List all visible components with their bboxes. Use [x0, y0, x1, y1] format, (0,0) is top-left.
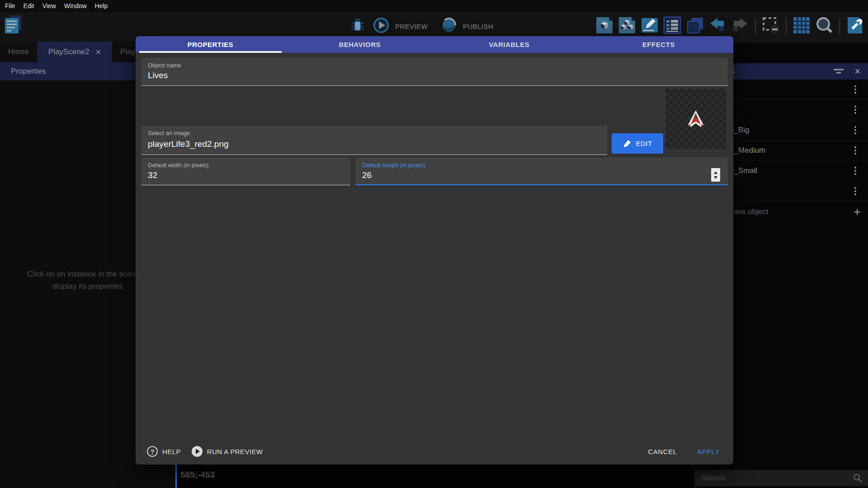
project-settings-button[interactable]	[845, 17, 864, 36]
apply-button[interactable]: APPLY	[697, 448, 720, 455]
default-height-label: Default height (in pixels)	[362, 162, 425, 169]
toolbar-divider	[839, 18, 840, 34]
help-icon[interactable]: ?	[147, 446, 158, 457]
object-name-input[interactable]	[148, 70, 721, 80]
dialog-tab-properties[interactable]: PROPERTIES	[136, 36, 285, 53]
object-name-field[interactable]: Object name	[141, 58, 728, 86]
zoom-original-button[interactable]: 1:1	[815, 17, 834, 36]
stepper-down-icon[interactable]	[714, 176, 717, 179]
menu-edit[interactable]: Edit	[19, 0, 38, 12]
objects-editor-button[interactable]	[595, 17, 614, 36]
publish-button[interactable]	[439, 17, 458, 36]
brush-icon	[623, 139, 632, 148]
menu-help[interactable]: Help	[91, 0, 112, 12]
number-stepper[interactable]	[711, 168, 720, 182]
dialog-actions: ? HELP RUN A PREVIEW CANCEL APPLY	[147, 445, 720, 458]
deselect-button[interactable]	[761, 17, 780, 36]
cancel-button[interactable]: CANCEL	[648, 448, 677, 455]
filter-icon[interactable]	[833, 68, 844, 76]
run-preview-icon[interactable]	[192, 446, 203, 457]
menu-view[interactable]: View	[38, 0, 60, 12]
wrench-page-icon	[846, 16, 864, 36]
kebab-menu-icon[interactable]	[852, 124, 859, 136]
dialog-tab-variables[interactable]: VARIABLES	[434, 36, 584, 53]
toolbar-center-group: PREVIEW PUBLISH	[348, 17, 500, 36]
default-width-field[interactable]: Default width (in pixels)	[141, 158, 350, 185]
layers-icon	[686, 16, 704, 36]
tab-third-label: Play	[120, 47, 135, 56]
grid-button[interactable]	[792, 17, 811, 36]
preview-label[interactable]: PREVIEW	[395, 23, 428, 30]
tab-close-icon[interactable]: ×	[96, 47, 101, 56]
toolbar-right-group: 1:1	[595, 17, 864, 36]
tab-home-label: Home	[8, 47, 28, 56]
zoom-1-1-icon: 1:1	[815, 16, 833, 36]
plus-icon: +	[854, 206, 861, 218]
kebab-menu-icon[interactable]	[852, 84, 859, 95]
instances-list-button[interactable]	[618, 17, 637, 36]
default-height-field[interactable]: Default height (in pixels)	[355, 158, 728, 185]
project-manager-icon	[3, 14, 23, 36]
menu-window[interactable]: Window	[60, 0, 91, 12]
tab-playscene2-label: PlayScene2	[48, 47, 90, 56]
default-height-input[interactable]	[362, 170, 721, 180]
toolbar-divider	[755, 18, 756, 34]
default-width-label: Default width (in pixels)	[148, 162, 208, 169]
kebab-menu-icon[interactable]	[852, 185, 859, 197]
play-circle-icon	[373, 17, 390, 36]
dialog-tab-effects[interactable]: EFFECTS	[584, 36, 734, 53]
redo-button[interactable]	[731, 17, 750, 36]
objects-panel-close-icon[interactable]: ×	[852, 65, 863, 78]
undo-button[interactable]	[708, 17, 727, 36]
spaceship-sprite-icon	[687, 109, 705, 128]
publish-label[interactable]: PUBLISH	[463, 23, 493, 30]
events-list-icon	[663, 16, 681, 36]
active-tab-underline	[139, 51, 282, 53]
pencil-square-icon	[641, 16, 659, 36]
layers-button[interactable]	[685, 17, 704, 36]
image-preview-thumbnail	[665, 88, 727, 150]
debugger-button[interactable]	[348, 17, 367, 36]
kebab-menu-icon[interactable]	[852, 145, 859, 156]
default-width-input[interactable]	[148, 170, 344, 180]
help-button[interactable]: HELP	[162, 448, 181, 455]
toolbar-divider	[786, 18, 787, 34]
grid-icon	[793, 16, 811, 36]
tab-playscene2[interactable]: PlayScene2 ×	[37, 42, 112, 62]
select-image-field[interactable]: Select an image	[141, 126, 607, 155]
kebab-menu-icon[interactable]	[852, 104, 859, 116]
project-manager-button[interactable]	[4, 16, 23, 35]
redo-arrow-icon	[731, 16, 749, 36]
object-properties-dialog: PROPERTIES BEHAVIORS VARIABLES EFFECTS O…	[136, 36, 733, 465]
search-icon	[853, 473, 863, 483]
run-preview-button[interactable]: RUN A PREVIEW	[207, 448, 263, 455]
select-image-label: Select an image	[148, 130, 190, 136]
objects-search-input[interactable]	[695, 474, 853, 483]
cursor-coordinates: 585;-453	[177, 465, 693, 480]
preview-button[interactable]	[372, 17, 391, 36]
select-image-input[interactable]	[148, 139, 600, 149]
menu-bar: File Edit View Window Help	[0, 0, 868, 12]
edit-button-label: EDIT	[636, 140, 652, 147]
edit-image-button[interactable]: EDIT	[612, 133, 663, 154]
stepper-up-icon[interactable]	[714, 171, 717, 174]
dialog-tab-behaviors[interactable]: BEHAVIORS	[285, 36, 435, 53]
dialog-tab-bar: PROPERTIES BEHAVIORS VARIABLES EFFECTS	[136, 36, 733, 53]
object-cube-icon	[595, 16, 613, 36]
deselect-icon	[762, 16, 780, 36]
events-sheet-button[interactable]	[663, 17, 682, 36]
gdevelop-app: File Edit View Window Help PREVIEW	[0, 0, 868, 488]
globe-icon	[440, 17, 458, 36]
scene-properties-button[interactable]	[640, 17, 659, 36]
menu-file[interactable]: File	[1, 0, 19, 12]
svg-text:1:1: 1:1	[820, 22, 827, 27]
kebab-menu-icon[interactable]	[852, 165, 859, 177]
dialog-actions-left: ? HELP RUN A PREVIEW	[147, 446, 263, 457]
objects-search-bar	[695, 470, 868, 486]
instances-cubes-icon	[618, 16, 636, 36]
dialog-actions-right: CANCEL APPLY	[648, 448, 720, 455]
properties-panel-title: Properties	[11, 67, 46, 75]
tab-home[interactable]: Home	[0, 42, 37, 62]
object-name-label: Object name	[148, 62, 181, 69]
scene-status-bar: 585;-453	[175, 465, 693, 488]
